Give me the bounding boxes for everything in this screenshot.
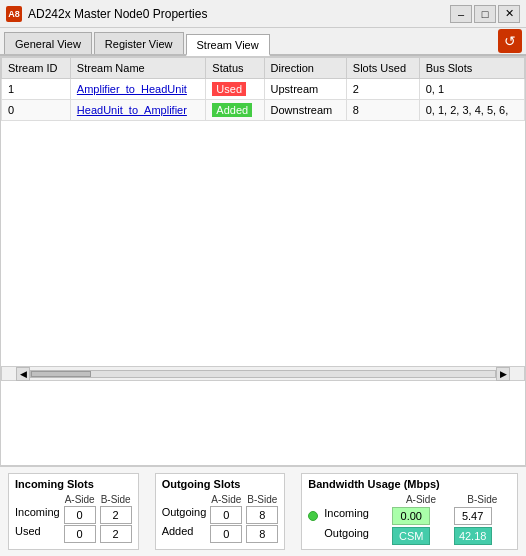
scroll-right-button[interactable]: ▶ <box>496 367 510 381</box>
cell-status: Used <box>206 79 264 100</box>
bw-row-0-a[interactable] <box>392 507 430 525</box>
incoming-row-0-a[interactable] <box>64 506 96 524</box>
cell-stream-name: HeadUnit_to_Amplifier <box>70 100 206 121</box>
window-title: AD242x Master Node0 Properties <box>28 7 207 21</box>
incoming-row-0-label: Incoming <box>15 506 60 524</box>
stream-name-link[interactable]: Amplifier_to_HeadUnit <box>77 83 187 95</box>
outgoing-row-0-a[interactable] <box>210 506 242 524</box>
status-badge: Used <box>212 82 246 96</box>
cell-direction: Upstream <box>264 79 346 100</box>
bw-dot-row-0 <box>308 507 320 525</box>
scroll-left-button[interactable]: ◀ <box>16 367 30 381</box>
tab-stream[interactable]: Stream View <box>186 34 270 56</box>
incoming-slots-panel: Incoming Slots A-Side B-Side Incoming Us… <box>8 473 139 550</box>
outgoing-a-header: A-Side <box>210 494 242 505</box>
incoming-slots-title: Incoming Slots <box>15 478 132 490</box>
cell-bus-slots: 0, 1, 2, 3, 4, 5, 6, <box>419 100 524 121</box>
incoming-slots-grid: A-Side B-Side Incoming Used <box>15 494 132 543</box>
tab-general[interactable]: General View <box>4 32 92 54</box>
scrollbar-thumb[interactable] <box>31 371 91 377</box>
cell-slots-used: 2 <box>346 79 419 100</box>
bandwidth-grid: A-Side B-Side Incoming Outgoing <box>308 494 511 545</box>
horizontal-scrollbar[interactable]: ◀ ▶ <box>1 367 525 381</box>
outgoing-row-1-b[interactable] <box>246 525 278 543</box>
tab-register[interactable]: Register View <box>94 32 184 54</box>
table-row: 0 HeadUnit_to_Amplifier Added Downstream… <box>2 100 525 121</box>
outgoing-row-1-a[interactable] <box>210 525 242 543</box>
incoming-row-1-a[interactable] <box>64 525 96 543</box>
status-dot-incoming <box>308 511 318 521</box>
bw-b-header: B-Side <box>454 494 511 505</box>
bottom-panel: Incoming Slots A-Side B-Side Incoming Us… <box>0 466 526 556</box>
cell-stream-id: 0 <box>2 100 71 121</box>
col-slots-used: Slots Used <box>346 58 419 79</box>
status-badge: Added <box>212 103 252 117</box>
bw-row-1-label: Outgoing <box>324 527 388 545</box>
incoming-b-header: B-Side <box>100 494 132 505</box>
outgoing-slots-panel: Outgoing Slots A-Side B-Side Outgoing Ad… <box>155 473 286 550</box>
close-button[interactable]: ✕ <box>498 5 520 23</box>
outgoing-row-0-b[interactable] <box>246 506 278 524</box>
col-direction: Direction <box>264 58 346 79</box>
cell-bus-slots: 0, 1 <box>419 79 524 100</box>
bandwidth-title: Bandwidth Usage (Mbps) <box>308 478 511 490</box>
incoming-a-header: A-Side <box>64 494 96 505</box>
incoming-row-1-label: Used <box>15 525 60 543</box>
bandwidth-panel: Bandwidth Usage (Mbps) A-Side B-Side Inc… <box>301 473 518 550</box>
app-icon: A8 <box>6 6 22 22</box>
outgoing-slots-title: Outgoing Slots <box>162 478 279 490</box>
incoming-row-1-b[interactable] <box>100 525 132 543</box>
bw-a-header: A-Side <box>392 494 449 505</box>
minimize-button[interactable]: – <box>450 5 472 23</box>
maximize-button[interactable]: □ <box>474 5 496 23</box>
bw-row-1-b[interactable] <box>454 527 492 545</box>
outgoing-slots-grid: A-Side B-Side Outgoing Added <box>162 494 279 543</box>
cell-slots-used: 8 <box>346 100 419 121</box>
outgoing-row-1-label: Added <box>162 525 207 543</box>
stream-table-container: Stream ID Stream Name Status Direction S… <box>1 57 525 367</box>
incoming-row-0-b[interactable] <box>100 506 132 524</box>
stream-name-link[interactable]: HeadUnit_to_Amplifier <box>77 104 187 116</box>
cell-status: Added <box>206 100 264 121</box>
cell-stream-name: Amplifier_to_HeadUnit <box>70 79 206 100</box>
col-status: Status <box>206 58 264 79</box>
bw-row-0-label: Incoming <box>324 507 388 525</box>
bw-row-1-a[interactable] <box>392 527 430 545</box>
stream-table: Stream ID Stream Name Status Direction S… <box>1 57 525 121</box>
outgoing-b-header: B-Side <box>246 494 278 505</box>
col-stream-id: Stream ID <box>2 58 71 79</box>
refresh-button[interactable]: ↺ <box>498 29 522 53</box>
table-row: 1 Amplifier_to_HeadUnit Used Upstream 2 … <box>2 79 525 100</box>
col-bus-slots: Bus Slots <box>419 58 524 79</box>
scrollbar-track[interactable] <box>30 370 496 378</box>
cell-direction: Downstream <box>264 100 346 121</box>
cell-stream-id: 1 <box>2 79 71 100</box>
col-stream-name: Stream Name <box>70 58 206 79</box>
outgoing-row-0-label: Outgoing <box>162 506 207 524</box>
bw-row-0-b[interactable] <box>454 507 492 525</box>
